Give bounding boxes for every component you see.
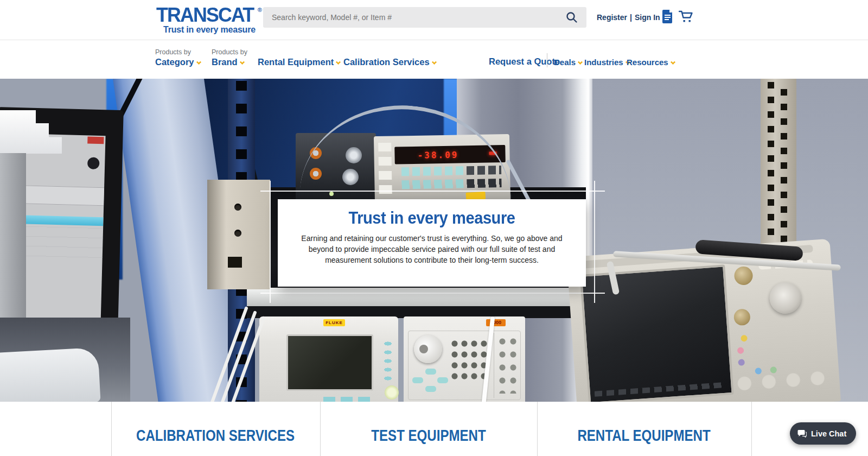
photo-channel-button	[737, 347, 744, 354]
nav-eyebrow: Products by	[155, 48, 201, 56]
cart-button[interactable]	[679, 10, 693, 26]
nav-eyebrow: Products by	[212, 48, 247, 56]
nav-label: Calibration Services	[343, 57, 436, 67]
nav-label: Resources	[627, 58, 675, 67]
section-divider	[751, 402, 752, 456]
site-header: TRANSCAT® Trust in every measure Registe…	[0, 0, 868, 40]
photo-arrow-key	[412, 377, 423, 383]
main-nav: Products by Category Products by Brand R…	[0, 41, 868, 79]
nav-divider	[547, 53, 547, 67]
search-input[interactable]	[263, 7, 557, 28]
nav-label: Deals	[554, 58, 582, 67]
nav-rental-equipment[interactable]: Rental Equipment	[258, 48, 340, 67]
document-icon	[662, 9, 673, 23]
section-title-rental-equipment[interactable]: RENTAL EQUIPMENT	[577, 427, 710, 445]
photo-softkeys	[382, 339, 394, 385]
photo-connector	[234, 204, 241, 211]
search-bar	[263, 7, 586, 28]
search-button[interactable]	[557, 7, 586, 28]
nav-label: Industries	[584, 58, 630, 67]
section-title-calibration-services[interactable]: CALIBRATION SERVICES	[136, 427, 295, 445]
transcat-homepage: TRANSCAT® Trust in every measure Registe…	[0, 0, 868, 456]
nav-label: Rental Equipment	[258, 57, 340, 67]
chevron-down-icon	[670, 60, 675, 65]
photo-channel-button	[770, 366, 777, 373]
photo-knob-hole	[419, 345, 428, 353]
crosshair-line	[270, 181, 271, 303]
hero-message-card: Trust in every measure Earning and retai…	[278, 199, 586, 287]
photo-switch	[228, 257, 242, 268]
live-chat-button[interactable]: Live Chat	[790, 422, 856, 445]
chevron-down-icon	[336, 60, 341, 65]
category-sections: CALIBRATION SERVICES TEST EQUIPMENT RENT…	[0, 402, 868, 456]
photo-keypad	[451, 340, 489, 384]
nav-request-a-quote[interactable]: Request a Quote	[489, 56, 560, 67]
transcat-logo[interactable]: TRANSCAT® Trust in every measure	[156, 4, 262, 35]
photo-channel-button	[738, 359, 745, 366]
hero-body: Earning and retaining our customer's tru…	[296, 233, 567, 265]
photo-knobs	[736, 369, 836, 401]
live-chat-label: Live Chat	[811, 429, 846, 438]
photo-fluke-calibrator: FLUKE	[259, 316, 398, 402]
photo-app-icon	[87, 157, 100, 169]
nav-calibration-services[interactable]: Calibration Services	[343, 48, 436, 67]
account-links: Register|Sign In	[597, 13, 666, 22]
photo-app-titlebar	[87, 136, 104, 144]
crosshair-line	[260, 191, 605, 192]
section-divider	[537, 402, 538, 456]
photo-softkeys	[323, 397, 375, 402]
nav-products-by-category[interactable]: Products by Category	[155, 48, 201, 67]
nav-industries[interactable]: Industries	[584, 58, 630, 67]
registered-mark: ®	[258, 7, 262, 13]
register-link[interactable]: Register	[597, 13, 627, 22]
section-divider	[320, 402, 321, 456]
photo-arrow-key	[425, 369, 436, 375]
photo-cloth	[0, 347, 100, 402]
section-divider	[111, 402, 112, 456]
photo-channel-button	[741, 335, 748, 342]
chat-bubble-icon	[797, 429, 807, 438]
photo-knob	[414, 335, 442, 363]
search-icon	[565, 11, 578, 24]
photo-beige-instrument	[207, 180, 270, 289]
nav-label: Request a Quote	[489, 56, 560, 66]
chevron-down-icon	[196, 60, 201, 65]
photo-scope-screen	[580, 264, 734, 402]
photo-badge	[385, 385, 399, 400]
photo-scope-readout	[595, 382, 725, 397]
photo-paper-stack-side	[0, 153, 26, 321]
photo-signal-generator: 3000	[404, 316, 525, 402]
photo-channel-button	[755, 368, 762, 375]
hero-title: Trust in every measure	[287, 208, 577, 228]
photo-shelf	[247, 288, 586, 306]
cart-icon	[679, 10, 693, 23]
chevron-down-icon	[578, 60, 583, 65]
account-separator: |	[630, 13, 632, 22]
photo-knob	[733, 266, 753, 286]
crosshair-line	[594, 181, 595, 303]
nav-eyebrow	[343, 48, 436, 56]
logo-wordmark: TRANSCAT	[156, 4, 253, 27]
section-title-test-equipment[interactable]: TEST EQUIPMENT	[371, 427, 486, 445]
crosshair-line	[260, 293, 605, 294]
photo-fluke-screen	[286, 334, 373, 391]
sign-in-link[interactable]: Sign In	[635, 13, 660, 22]
nav-resources[interactable]: Resources	[627, 58, 675, 67]
fluke-brand-label: FLUKE	[323, 319, 345, 326]
nav-eyebrow	[258, 48, 340, 56]
photo-knob	[769, 281, 802, 315]
photo-connector	[234, 230, 241, 237]
generator-sticker: 3000	[486, 319, 506, 326]
nav-products-by-brand[interactable]: Products by Brand	[212, 48, 247, 67]
chevron-down-icon	[431, 60, 437, 65]
quote-list-button[interactable]	[662, 9, 673, 26]
photo-knob	[733, 308, 751, 326]
photo-arrow-key	[425, 386, 436, 392]
nav-label: Category	[155, 57, 201, 67]
hero-banner: -38.09 FLUKE 3000	[0, 79, 868, 402]
nav-deals[interactable]: Deals	[554, 58, 582, 67]
photo-panel-divider	[494, 333, 494, 398]
photo-arrow-key	[437, 377, 448, 383]
photo-keypad	[499, 338, 520, 394]
chevron-down-icon	[239, 60, 245, 65]
